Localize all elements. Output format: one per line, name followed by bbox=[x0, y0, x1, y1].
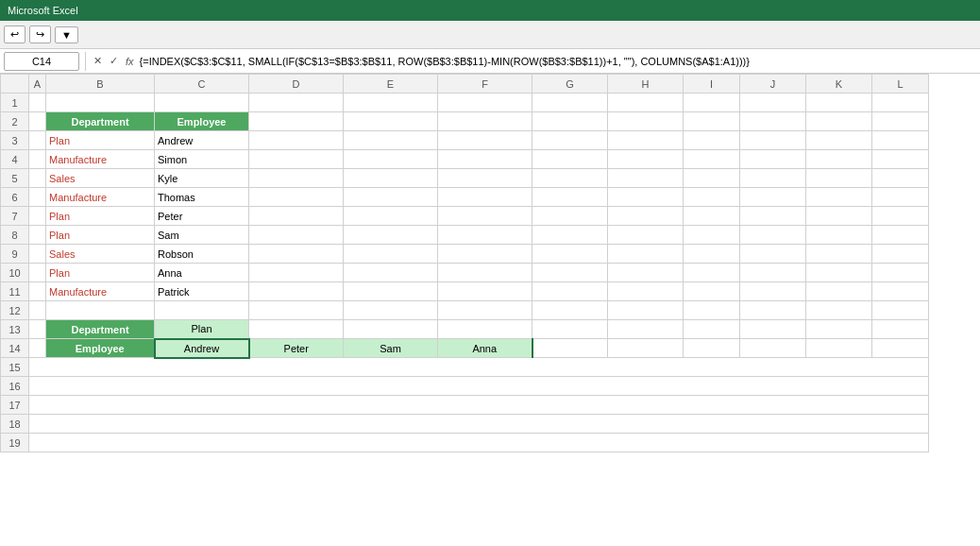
cell-k4[interactable] bbox=[806, 150, 872, 169]
col-header-f[interactable]: F bbox=[438, 75, 532, 94]
cell-h3[interactable] bbox=[608, 131, 684, 150]
cell-j13[interactable] bbox=[740, 320, 806, 339]
cell-c4[interactable]: Simon bbox=[155, 150, 249, 169]
cell-l8[interactable] bbox=[872, 226, 929, 245]
cell-e2[interactable] bbox=[344, 112, 438, 131]
row-header-13[interactable]: 13 bbox=[1, 320, 29, 339]
cell-a1[interactable] bbox=[29, 94, 46, 112]
cell-k2[interactable] bbox=[806, 112, 872, 131]
cell-f6[interactable] bbox=[438, 188, 532, 207]
col-header-i[interactable]: I bbox=[684, 75, 740, 94]
cell-c3[interactable]: Andrew bbox=[155, 131, 249, 150]
cell-b9[interactable]: Sales bbox=[46, 245, 155, 264]
cell-f10[interactable] bbox=[438, 264, 532, 282]
col-header-j[interactable]: J bbox=[740, 75, 806, 94]
cell-k5[interactable] bbox=[806, 169, 872, 188]
cell-e5[interactable] bbox=[344, 169, 438, 188]
cell-a12[interactable] bbox=[29, 301, 46, 320]
cell-f4[interactable] bbox=[438, 150, 532, 169]
insert-function-icon[interactable]: fx bbox=[124, 56, 136, 67]
cell-k13[interactable] bbox=[806, 320, 872, 339]
cell-l6[interactable] bbox=[872, 188, 929, 207]
cell-15-empty[interactable] bbox=[29, 358, 929, 377]
col-header-e[interactable]: E bbox=[344, 75, 438, 94]
col-header-b[interactable]: B bbox=[46, 75, 155, 94]
cell-a9[interactable] bbox=[29, 245, 46, 264]
cell-d9[interactable] bbox=[249, 245, 344, 264]
cell-f14-anna[interactable]: Anna bbox=[438, 339, 532, 358]
cell-g11[interactable] bbox=[532, 282, 608, 301]
cell-d10[interactable] bbox=[249, 264, 344, 282]
cell-c8[interactable]: Sam bbox=[155, 226, 249, 245]
cell-j3[interactable] bbox=[740, 131, 806, 150]
cell-b1[interactable] bbox=[46, 94, 155, 112]
cell-l12[interactable] bbox=[872, 301, 929, 320]
cell-j2[interactable] bbox=[740, 112, 806, 131]
cell-a5[interactable] bbox=[29, 169, 46, 188]
cell-i13[interactable] bbox=[684, 320, 740, 339]
cell-i2[interactable] bbox=[684, 112, 740, 131]
cell-k14[interactable] bbox=[806, 339, 872, 358]
cell-j10[interactable] bbox=[740, 264, 806, 282]
cell-i14[interactable] bbox=[684, 339, 740, 358]
col-header-d[interactable]: D bbox=[249, 75, 344, 94]
confirm-formula-icon[interactable]: ✓ bbox=[108, 55, 120, 67]
cell-g7[interactable] bbox=[532, 207, 608, 226]
cell-k6[interactable] bbox=[806, 188, 872, 207]
cell-f9[interactable] bbox=[438, 245, 532, 264]
cell-h13[interactable] bbox=[608, 320, 684, 339]
cell-l10[interactable] bbox=[872, 264, 929, 282]
cell-c1[interactable] bbox=[155, 94, 249, 112]
cell-l1[interactable] bbox=[872, 94, 929, 112]
cell-e12[interactable] bbox=[344, 301, 438, 320]
cell-a10[interactable] bbox=[29, 264, 46, 282]
cell-i12[interactable] bbox=[684, 301, 740, 320]
cell-l4[interactable] bbox=[872, 150, 929, 169]
cell-l5[interactable] bbox=[872, 169, 929, 188]
cell-c6[interactable]: Thomas bbox=[155, 188, 249, 207]
cell-18-empty[interactable] bbox=[29, 415, 929, 434]
cell-j7[interactable] bbox=[740, 207, 806, 226]
row-header-16[interactable]: 16 bbox=[1, 377, 29, 396]
cell-i11[interactable] bbox=[684, 282, 740, 301]
cell-k12[interactable] bbox=[806, 301, 872, 320]
cell-f3[interactable] bbox=[438, 131, 532, 150]
row-header-3[interactable]: 3 bbox=[1, 131, 29, 150]
cell-a7[interactable] bbox=[29, 207, 46, 226]
cell-l9[interactable] bbox=[872, 245, 929, 264]
cell-a8[interactable] bbox=[29, 226, 46, 245]
cell-f12[interactable] bbox=[438, 301, 532, 320]
cell-e7[interactable] bbox=[344, 207, 438, 226]
col-header-l[interactable]: L bbox=[872, 75, 929, 94]
cell-j4[interactable] bbox=[740, 150, 806, 169]
cell-i10[interactable] bbox=[684, 264, 740, 282]
row-header-2[interactable]: 2 bbox=[1, 112, 29, 131]
cell-c11[interactable]: Patrick bbox=[155, 282, 249, 301]
cell-b7[interactable]: Plan bbox=[46, 207, 155, 226]
cell-h11[interactable] bbox=[608, 282, 684, 301]
row-header-18[interactable]: 18 bbox=[1, 415, 29, 434]
row-header-1[interactable]: 1 bbox=[1, 94, 29, 112]
cell-g13[interactable] bbox=[532, 320, 608, 339]
cell-b6[interactable]: Manufacture bbox=[46, 188, 155, 207]
cell-f7[interactable] bbox=[438, 207, 532, 226]
row-header-6[interactable]: 6 bbox=[1, 188, 29, 207]
cell-l3[interactable] bbox=[872, 131, 929, 150]
cell-g10[interactable] bbox=[532, 264, 608, 282]
cell-h8[interactable] bbox=[608, 226, 684, 245]
cancel-formula-icon[interactable]: ✕ bbox=[92, 55, 104, 67]
name-box[interactable] bbox=[4, 52, 79, 71]
cell-h1[interactable] bbox=[608, 94, 684, 112]
row-header-7[interactable]: 7 bbox=[1, 207, 29, 226]
cell-j6[interactable] bbox=[740, 188, 806, 207]
col-header-g[interactable]: G bbox=[532, 75, 608, 94]
row-header-12[interactable]: 12 bbox=[1, 301, 29, 320]
cell-k7[interactable] bbox=[806, 207, 872, 226]
cell-e9[interactable] bbox=[344, 245, 438, 264]
undo-button[interactable]: ↩ bbox=[4, 26, 25, 43]
col-header-a[interactable]: A bbox=[29, 75, 46, 94]
cell-k9[interactable] bbox=[806, 245, 872, 264]
cell-j12[interactable] bbox=[740, 301, 806, 320]
cell-c5[interactable]: Kyle bbox=[155, 169, 249, 188]
formula-input[interactable] bbox=[140, 52, 976, 71]
